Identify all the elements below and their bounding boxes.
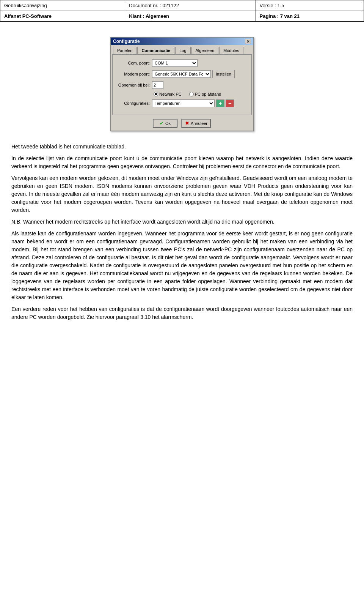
paragraph-3: Vervolgens kan een modem worden gekozen,…: [11, 174, 353, 214]
header-doc-nr: Document nr. : 021122: [125, 0, 256, 11]
header-app-name: Gebruiksaanwijzing: [0, 0, 125, 11]
paragraph-2: In de selectie lijst van de communicatie…: [11, 155, 353, 170]
dialog-tabs: Panelen Communicatie Log Algemeen Module…: [111, 45, 253, 54]
opnemen-input[interactable]: [152, 81, 163, 89]
dialog-close-button[interactable]: ✕: [245, 39, 251, 44]
modem-port-row: Modem poort: Generic 56K HCF Data Fc... …: [118, 70, 246, 78]
radio-pc-label: PC op afstand: [195, 92, 221, 96]
header-page: Pagina : 7 van 21: [256, 11, 364, 22]
radio-netwerk-dot: [154, 92, 158, 96]
tab-modules[interactable]: Modules: [219, 47, 243, 54]
main-content: Configuratie ✕ Panelen Communicatie Log …: [0, 22, 364, 335]
cancel-cross-icon: ✖: [185, 120, 189, 126]
cancel-label: Annuleer: [191, 121, 207, 126]
configuraties-select[interactable]: Temperaturen: [152, 99, 215, 107]
com-port-row: Com. poort: COM 1: [118, 59, 246, 67]
config-add-button[interactable]: +: [216, 99, 224, 107]
opnemen-label: Opnemen bij bel:: [118, 83, 152, 87]
dialog-body: Com. poort: COM 1 Modem poort: Generic 5…: [112, 54, 252, 115]
radio-netwerk-label: Netwerk PC: [159, 92, 182, 96]
header-version: Versie : 1.5: [256, 0, 364, 11]
com-port-input-group: COM 1: [152, 59, 198, 67]
dialog-footer: ✔ Ok ✖ Annuleer: [111, 117, 253, 131]
radio-pc-afstand[interactable]: PC op afstand: [189, 92, 221, 96]
dialog-titlebar: Configuratie ✕: [111, 38, 253, 45]
configuraties-label: Configuraties:: [118, 101, 152, 106]
config-delete-button[interactable]: −: [226, 99, 234, 107]
paragraph-4: N.B. Wanneer het modem rechtstreeks op h…: [11, 218, 353, 226]
tab-log[interactable]: Log: [175, 47, 190, 54]
modem-port-input-group: Generic 56K HCF Data Fc... Instellen: [152, 70, 235, 78]
text-section: Het tweede tabblad is het communicatie t…: [11, 143, 353, 321]
dialog-window: Configuratie ✕ Panelen Communicatie Log …: [110, 37, 254, 131]
ok-check-icon: ✔: [160, 120, 164, 126]
radio-row: Netwerk PC PC op afstand: [118, 92, 246, 96]
header-client: Klant : Algemeen: [125, 11, 256, 22]
config-btn-group: + −: [216, 99, 234, 107]
ok-label: Ok: [165, 121, 171, 126]
tab-communicatie[interactable]: Communicatie: [137, 47, 174, 54]
paragraph-6: Een verdere reden voor het hebben van co…: [11, 305, 353, 321]
header-table: Gebruiksaanwijzing Document nr. : 021122…: [0, 0, 364, 22]
instellen-button[interactable]: Instellen: [212, 70, 235, 78]
dialog-title: Configuratie: [113, 39, 140, 44]
dialog-container: Configuratie ✕ Panelen Communicatie Log …: [11, 37, 353, 131]
modem-port-label: Modem poort:: [118, 72, 152, 76]
opnemen-row: Opnemen bij bel:: [118, 81, 246, 89]
com-port-label: Com. poort:: [118, 61, 152, 65]
tab-panelen[interactable]: Panelen: [113, 47, 136, 54]
radio-netwerk-pc[interactable]: Netwerk PC: [154, 92, 182, 96]
modem-port-select[interactable]: Generic 56K HCF Data Fc...: [152, 70, 211, 78]
ok-button[interactable]: ✔ Ok: [153, 119, 177, 128]
radio-group: Netwerk PC PC op afstand: [154, 92, 221, 96]
paragraph-5: Als laatste kan de configuratienaam word…: [11, 230, 353, 301]
header-software-name: Alfanet PC-Software: [0, 11, 125, 22]
configuraties-row: Configuraties: Temperaturen + −: [118, 99, 246, 107]
paragraph-1: Het tweede tabblad is het communicatie t…: [11, 143, 353, 151]
cancel-button[interactable]: ✖ Annuleer: [181, 119, 211, 128]
com-port-select[interactable]: COM 1: [152, 59, 198, 67]
tab-algemeen[interactable]: Algemeen: [191, 47, 219, 54]
radio-pc-dot: [189, 92, 194, 96]
opnemen-input-group: [152, 81, 163, 89]
